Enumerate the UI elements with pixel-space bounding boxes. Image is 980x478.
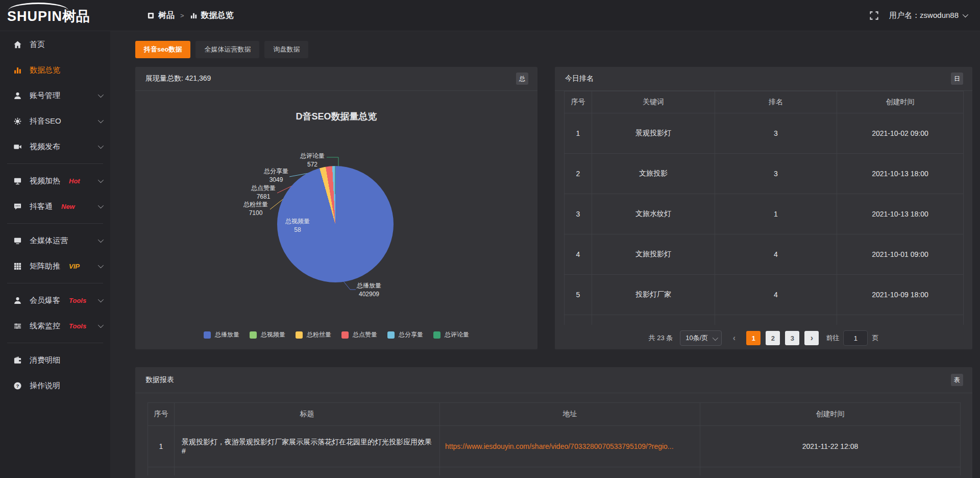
pie-label: 总播放量402909 [357, 281, 381, 299]
logo-cn: 树品 [62, 9, 90, 24]
chevron-down-icon [98, 237, 104, 243]
legend-swatch [433, 331, 440, 339]
legend-item[interactable]: 总视频量 [250, 330, 285, 339]
page-button-1[interactable]: 1 [746, 331, 761, 345]
sidebar-item-douyin-seo[interactable]: 抖音SEO [0, 109, 110, 133]
prev-page-button[interactable]: ‹ [727, 331, 741, 345]
page-button-3[interactable]: 3 [785, 331, 799, 345]
chevron-down-icon [98, 297, 104, 302]
legend-swatch [387, 331, 395, 339]
fullscreen-icon[interactable] [869, 11, 879, 20]
column-header: 地址 [440, 403, 700, 426]
ranking-cell: 2021-10-02 09:00 [837, 113, 964, 154]
chevron-down-icon [98, 143, 104, 149]
goto-page-input[interactable] [843, 330, 868, 346]
breadcrumb-label: 数据总览 [201, 10, 234, 21]
pie-label: 总评论量572 [300, 152, 325, 169]
legend-item[interactable]: 总评论量 [433, 330, 469, 339]
ranking-cell: 2021-10-01 09:00 [837, 234, 964, 275]
legend-swatch [250, 331, 257, 339]
report-card: 数据报表 表 序号标题地址创建时间 1景观投影灯，夜游景观投影灯厂家展示展示落花… [135, 367, 972, 478]
sidebar-item-badge: Tools [69, 297, 86, 304]
screen-icon [13, 177, 22, 185]
sidebar-item-badge: Tools [69, 322, 86, 330]
sliders-icon [13, 322, 22, 330]
total-badge-button[interactable]: 总 [516, 73, 528, 85]
goto-page: 前往 页 [826, 330, 878, 346]
legend-label: 总评论量 [445, 330, 469, 339]
legend-label: 总粉丝量 [307, 330, 331, 339]
sidebar-item-label: 消费明细 [30, 355, 60, 365]
video-link[interactable]: https://www.iesdouyin.com/share/video/70… [445, 442, 695, 450]
sidebar-item-clue-monitor[interactable]: 线索监控Tools [0, 314, 110, 338]
chevron-down-icon [98, 322, 104, 328]
ranking-cell: 1 [715, 194, 837, 234]
tab-2[interactable]: 询盘数据 [264, 41, 308, 58]
column-header: 标题 [175, 403, 440, 426]
legend-item[interactable]: 总分享量 [387, 330, 423, 339]
page-button-2[interactable]: 2 [766, 331, 780, 345]
ranking-cell: 5 [565, 275, 592, 315]
legend-label: 总分享量 [399, 330, 423, 339]
report-row: 1景观投影灯，夜游景观投影灯厂家展示展示落花灯在花园里的灯光投影应用效果 #ht… [148, 426, 961, 467]
sidebar-item-douketong[interactable]: 抖客通New [0, 194, 110, 219]
ranking-cell: 2021-10-13 18:00 [837, 194, 964, 234]
pagination: 共 23 条 10条/页 ‹ 123 › 前往 页 [555, 330, 972, 346]
chevron-down-icon [98, 92, 104, 98]
column-header: 创建时间 [700, 403, 961, 426]
question-icon: ? [13, 381, 22, 390]
chevron-down-icon [98, 177, 104, 183]
table-badge-button[interactable]: 表 [951, 374, 963, 386]
user-menu[interactable]: 用户名：zswodun88 [889, 11, 967, 20]
sidebar-item-account-manage[interactable]: 账号管理 [0, 83, 110, 108]
wallet-icon [13, 356, 22, 365]
sidebar-divider [7, 223, 103, 224]
sidebar-item-label: 会员爆客 [30, 296, 60, 305]
ranking-cell: 3 [715, 154, 837, 194]
sidebar-item-data-overview[interactable]: 数据总览 [0, 58, 110, 82]
report-title-cell: 景观投影灯，夜游景观投影灯厂家展示展示落花灯在花园里的灯光投影应用效果 # [175, 426, 440, 467]
ranking-row: 1景观投影灯32021-10-02 09:00 [565, 113, 964, 154]
sidebar-item-label: 账号管理 [30, 91, 60, 101]
logo[interactable]: SHUPIN树品 [0, 0, 110, 31]
sidebar-item-matrix-boost[interactable]: 矩阵助推VIP [0, 254, 110, 278]
ranking-cell: 3 [565, 194, 592, 234]
page-size-select[interactable]: 10条/页 [680, 330, 722, 346]
page-size-value: 10条/页 [685, 334, 708, 342]
ranking-row: 4文旅投影灯42021-10-01 09:00 [565, 234, 964, 275]
ranking-cell: 2021-10-13 18:00 [837, 154, 964, 194]
app-icon [147, 12, 155, 19]
column-header: 创建时间 [837, 91, 964, 113]
sidebar-item-member-baoke[interactable]: 会员爆客Tools [0, 288, 110, 313]
legend-item[interactable]: 总点赞量 [341, 330, 377, 339]
day-badge-button[interactable]: 日 [951, 73, 963, 85]
app: SHUPIN树品 树品 > 数据总览 用户名：zswodun88 [0, 0, 980, 478]
logo-text: SHUPIN树品 [7, 7, 90, 26]
goto-label: 前往 [826, 333, 839, 343]
goto-suffix: 页 [872, 333, 878, 343]
sidebar-item-media-operation[interactable]: 全媒体运营 [0, 228, 110, 253]
ranking-row: 2文旅投影32021-10-13 18:00 [565, 154, 964, 194]
next-page-button[interactable]: › [804, 331, 819, 345]
chat-icon [13, 202, 22, 211]
ranking-card: 今日排名 日 序号关键词排名创建时间 1景观投影灯32021-10-02 09:… [555, 67, 972, 349]
legend-swatch [204, 331, 211, 339]
legend-item[interactable]: 总粉丝量 [296, 330, 331, 339]
sidebar-item-label: 矩阵助推 [30, 261, 60, 271]
ranking-cell: 2 [565, 154, 592, 194]
legend-item[interactable]: 总播放量 [204, 330, 239, 339]
sidebar-item-consumption[interactable]: 消费明细 [0, 348, 110, 372]
breadcrumb-item-current[interactable]: 数据总览 [190, 10, 234, 21]
sidebar-item-label: 数据总览 [30, 65, 60, 75]
sidebar-item-video-heat[interactable]: 视频加热Hot [0, 169, 110, 193]
legend-label: 总点赞量 [353, 330, 377, 339]
ranking-row: 3文旅水纹灯12021-10-13 18:00 [565, 194, 964, 234]
tab-0[interactable]: 抖音seo数据 [135, 41, 190, 58]
breadcrumb-item-home[interactable]: 树品 [147, 10, 175, 21]
tab-1[interactable]: 全媒体运营数据 [195, 41, 259, 58]
sidebar-item-video-publish[interactable]: 视频发布 [0, 134, 110, 159]
sidebar-item-home[interactable]: 首页 [0, 32, 110, 57]
user-icon [13, 91, 22, 100]
monitor-icon [13, 236, 22, 245]
sidebar-item-instructions[interactable]: ?操作说明 [0, 373, 110, 398]
